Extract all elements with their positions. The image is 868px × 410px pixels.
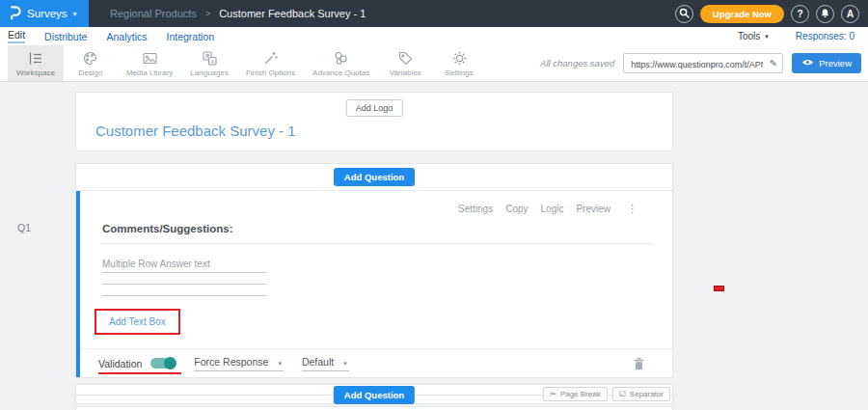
- survey-title[interactable]: Customer Feedback Survey - 1: [95, 123, 296, 139]
- toolbar-item-label: Media Library: [126, 68, 173, 77]
- tools-menu[interactable]: Tools ▾: [738, 31, 769, 41]
- toggle-knob: [164, 357, 176, 369]
- add-text-box-highlight: Add Text Box: [95, 309, 180, 335]
- nav-right: Tools ▾ Responses: 0: [738, 31, 868, 41]
- force-response-label: Force Response: [194, 356, 268, 368]
- nav-tab-edit[interactable]: Edit: [8, 29, 25, 43]
- delete-question-button[interactable]: [633, 357, 645, 370]
- question-logic-link[interactable]: Logic: [541, 204, 564, 214]
- toolbar-design[interactable]: Design: [64, 45, 118, 81]
- toolbar-item-label: Languages: [190, 68, 229, 77]
- responses-count[interactable]: Responses: 0: [796, 31, 854, 41]
- nav-tab-analytics[interactable]: Analytics: [106, 31, 147, 42]
- question-mark-icon: ?: [797, 9, 802, 19]
- question-title[interactable]: Comments/Suggestions:: [102, 223, 653, 244]
- add-question-button[interactable]: Add Question: [334, 168, 415, 186]
- question-settings-link[interactable]: Settings: [458, 204, 493, 214]
- eye-icon: [801, 58, 814, 68]
- palette-icon: [82, 50, 98, 67]
- separator-button[interactable]: ☑ Separator: [612, 387, 670, 401]
- notifications-button[interactable]: [816, 5, 834, 23]
- upgrade-now-button[interactable]: Upgrade Now: [700, 5, 784, 23]
- chevron-down-icon: ▾: [278, 360, 282, 368]
- help-button[interactable]: ?: [791, 5, 809, 23]
- toolbar-item-label: Finish Options: [246, 68, 295, 77]
- toolbar-item-label: Settings: [446, 68, 474, 77]
- page-break-icon: ✂: [550, 390, 556, 398]
- avatar[interactable]: A: [841, 5, 859, 23]
- nav-tab-integration[interactable]: Integration: [166, 31, 214, 42]
- breadcrumb-parent[interactable]: Regional Products: [110, 8, 197, 19]
- add-text-box-button[interactable]: Add Text Box: [96, 311, 178, 333]
- toolbar-finish-options[interactable]: Finish Options: [237, 45, 304, 81]
- default-dropdown[interactable]: Default ▾: [302, 356, 349, 371]
- kebab-menu-icon[interactable]: ⋮: [627, 203, 637, 215]
- preview-button[interactable]: Preview: [792, 53, 861, 73]
- chain-links-icon: [333, 50, 349, 67]
- chevron-down-icon: ▾: [765, 33, 769, 41]
- page-break-button[interactable]: ✂ Page Break: [543, 387, 608, 401]
- validation-label: Validation: [98, 358, 142, 369]
- answer-row[interactable]: [102, 273, 266, 285]
- toolbar-languages[interactable]: A Languages: [181, 45, 237, 81]
- bell-icon: [820, 8, 830, 20]
- survey-url-box: ✎: [623, 53, 783, 73]
- survey-canvas: Q1 Add Logo Customer Feedback Survey - 1…: [0, 82, 868, 410]
- nav-tab-distribute[interactable]: Distribute: [44, 31, 87, 42]
- toolbar-settings[interactable]: Settings: [432, 45, 486, 81]
- toolbar-item-label: Workspace: [16, 68, 55, 77]
- toolbar-item-label: Variables: [390, 68, 421, 77]
- search-icon: [679, 8, 690, 20]
- answer-rows: Multiple Row Answer text: [102, 259, 266, 296]
- search-button[interactable]: [675, 5, 693, 23]
- questionpro-logo-icon: [9, 5, 21, 22]
- question-card: Settings Copy Logic Preview ⋮ Comments/S…: [76, 191, 672, 377]
- workspace-list-icon: [27, 50, 43, 67]
- question-footer: Validation Force Response ▾ Default ▾: [80, 348, 672, 377]
- surveys-menu[interactable]: Surveys ▾: [0, 0, 89, 27]
- magic-wand-icon: [262, 50, 279, 67]
- red-underline-annotation: [98, 372, 181, 374]
- bottom-add-question-strip: Add Question ✂ Page Break ☑ Separator: [75, 384, 673, 404]
- strip-right-buttons: ✂ Page Break ☑ Separator: [543, 387, 670, 401]
- question-section: Add Question Settings Copy Logic Preview…: [75, 163, 673, 378]
- gear-icon: [451, 50, 468, 67]
- question-copy-link[interactable]: Copy: [505, 204, 528, 214]
- toolbar-advance-quotas[interactable]: Advance Quotas: [304, 45, 378, 81]
- default-label: Default: [302, 356, 334, 368]
- main-nav: Edit Distribute Analytics Integration To…: [0, 27, 868, 45]
- toolbar-item-label: Advance Quotas: [312, 68, 369, 77]
- pencil-icon[interactable]: ✎: [770, 58, 777, 68]
- preview-button-label: Preview: [819, 58, 852, 68]
- toolbar-item-label: Design: [78, 68, 102, 77]
- answer-row[interactable]: [102, 285, 266, 296]
- survey-url-input[interactable]: [624, 56, 782, 74]
- add-question-button-bottom[interactable]: Add Question: [334, 386, 415, 404]
- red-dash-annotation: [714, 286, 724, 291]
- validation-toggle[interactable]: [150, 358, 176, 369]
- add-logo-button[interactable]: Add Logo: [346, 99, 403, 117]
- trash-icon: [633, 359, 645, 373]
- next-card-peek: [75, 406, 673, 410]
- tools-menu-label: Tools: [738, 31, 760, 41]
- add-question-strip: Add Question: [76, 164, 672, 191]
- answer-row-placeholder[interactable]: Multiple Row Answer text: [102, 259, 266, 273]
- breadcrumb: Regional Products > Customer Feedback Su…: [110, 8, 366, 19]
- chevron-down-icon: ▾: [343, 360, 347, 368]
- svg-text:A: A: [210, 58, 214, 64]
- question-preview-link[interactable]: Preview: [576, 204, 610, 214]
- toolbar-variables[interactable]: Variables: [378, 45, 432, 81]
- question-number: Q1: [17, 222, 31, 233]
- image-icon: [142, 50, 158, 67]
- translate-icon: A: [202, 50, 218, 67]
- page-break-label: Page Break: [560, 390, 601, 398]
- toolbar-workspace[interactable]: Workspace: [8, 45, 64, 81]
- surveys-menu-label: Surveys: [27, 8, 68, 19]
- toolbar-right: All changes saved ✎ Preview: [540, 45, 868, 81]
- toolbar-media-library[interactable]: Media Library: [118, 45, 181, 81]
- question-actions: Settings Copy Logic Preview ⋮: [80, 191, 672, 215]
- tag-icon: [397, 50, 414, 67]
- force-response-dropdown[interactable]: Force Response ▾: [194, 356, 284, 371]
- edit-toolbar: Workspace Design Media Library: [0, 45, 868, 82]
- breadcrumb-current: Customer Feedback Survey - 1: [219, 8, 366, 19]
